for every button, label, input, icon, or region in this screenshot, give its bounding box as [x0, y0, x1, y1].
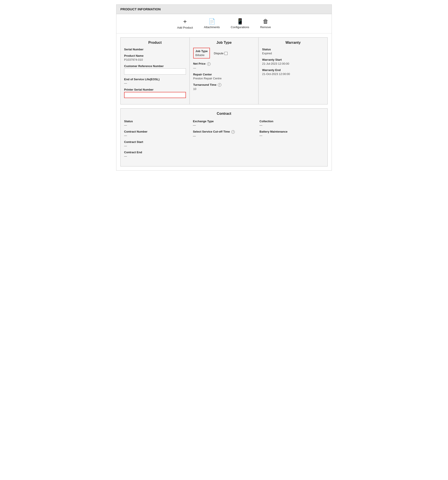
contract-section: Contract Status — Contract Number — Cont…	[120, 108, 328, 166]
add-product-label: Add Product	[177, 26, 193, 29]
eosl-label: End of Service Life(EOSL)	[124, 78, 186, 81]
attachments-icon: 📄	[208, 18, 215, 24]
contract-status-value: —	[124, 124, 188, 127]
collection-group: Collection —	[260, 120, 322, 127]
attachments-label: Attachments	[204, 26, 220, 29]
product-info-panels: Product Serial Number Product Name P1037…	[120, 37, 328, 105]
customer-ref-group: Customer Reference Number	[124, 64, 186, 75]
warranty-start-label: Warranty Start	[262, 58, 324, 61]
contract-col-1: Status — Contract Number — Contract Star…	[124, 120, 191, 161]
job-type-dispute-row: Job Type Billable Dispute	[193, 48, 255, 59]
remove-icon: 🗑	[263, 18, 268, 24]
exchange-type-label: Exchange Type	[193, 120, 255, 123]
page-header: PRODUCT INFORMATION	[116, 5, 332, 14]
warranty-panel-header: Warranty	[262, 41, 324, 45]
battery-maintenance-group: Battery Maintenance —	[260, 130, 322, 137]
contract-header: Contract	[124, 112, 324, 116]
warranty-panel: Warranty Status Expired Warranty Start 2…	[259, 38, 327, 104]
serial-number-label: Serial Number	[124, 48, 186, 51]
collection-label: Collection	[260, 120, 322, 123]
service-cutoff-label: Select Service Cut-off Time i	[193, 130, 255, 134]
dispute-label: Dispute	[214, 52, 224, 55]
battery-maintenance-label: Battery Maintenance	[260, 130, 322, 133]
net-price-value: —	[193, 66, 255, 70]
contract-number-group: Contract Number —	[124, 130, 188, 137]
serial-number-group: Serial Number	[124, 48, 186, 51]
repair-center-label: Repair Center	[193, 73, 255, 76]
warranty-status-value: Expired	[262, 52, 324, 55]
battery-maintenance-value: —	[260, 134, 322, 137]
contract-status-label: Status	[124, 120, 188, 123]
product-name-value: P1037974-010	[124, 58, 186, 61]
contract-start-value: —	[124, 144, 188, 148]
contract-col-2: Exchange Type — Select Service Cut-off T…	[191, 120, 257, 161]
eosl-group: End of Service Life(EOSL) —	[124, 78, 186, 85]
warranty-end-value: 21-Oct-2023 12:00:00	[262, 72, 324, 76]
net-price-info-icon[interactable]: i	[207, 62, 210, 66]
add-product-button[interactable]: + Add Product	[177, 18, 193, 29]
job-type-group: Job Type Billable Dispute	[193, 48, 255, 59]
contract-number-label: Contract Number	[124, 130, 188, 133]
turnaround-time-label: Turnaround Time i	[193, 83, 255, 87]
add-product-icon: +	[183, 18, 187, 25]
warranty-status-label: Status	[262, 48, 324, 51]
turnaround-info-icon[interactable]: i	[218, 83, 221, 87]
product-panel: Product Serial Number Product Name P1037…	[121, 38, 190, 104]
contract-end-value: —	[124, 155, 188, 158]
net-price-group: Net Price i —	[193, 62, 255, 70]
exchange-type-value: —	[193, 124, 255, 127]
contract-number-value: —	[124, 134, 188, 137]
repair-center-group: Repair Center Preston Repair Centre	[193, 73, 255, 80]
warranty-start-group: Warranty Start 21-Jul-2023 12:00:00	[262, 58, 324, 65]
contract-end-group: Contract End —	[124, 151, 188, 158]
dispute-checkbox[interactable]	[224, 52, 228, 55]
net-price-label: Net Price i	[193, 62, 255, 66]
contract-status-group: Status —	[124, 120, 188, 127]
service-cutoff-group: Select Service Cut-off Time i —	[193, 130, 255, 138]
service-cutoff-info-icon[interactable]: i	[231, 130, 235, 134]
configurations-button[interactable]: 📱 Configurations	[231, 18, 249, 29]
service-cutoff-value: —	[193, 134, 255, 138]
warranty-start-value: 21-Jul-2023 12:00:00	[262, 62, 324, 65]
remove-button[interactable]: 🗑 Remove	[260, 18, 271, 29]
page-title: PRODUCT INFORMATION	[120, 7, 161, 11]
customer-ref-label: Customer Reference Number	[124, 64, 186, 68]
contract-end-label: Contract End	[124, 151, 188, 154]
configurations-label: Configurations	[231, 26, 249, 29]
job-type-label: Job Type	[195, 49, 208, 53]
contract-grid: Status — Contract Number — Contract Star…	[124, 120, 324, 161]
eosl-value: —	[124, 82, 186, 85]
warranty-end-label: Warranty End	[262, 68, 324, 72]
contract-start-label: Contract Start	[124, 140, 188, 144]
attachments-button[interactable]: 📄 Attachments	[204, 18, 220, 29]
job-type-panel: Job Type Job Type Billable Dispute	[190, 38, 259, 104]
job-type-value: Billable	[195, 53, 208, 57]
remove-label: Remove	[260, 26, 271, 29]
product-name-group: Product Name P1037974-010	[124, 54, 186, 61]
turnaround-time-value: 10	[193, 87, 255, 91]
main-content: Product Serial Number Product Name P1037…	[116, 33, 332, 170]
page-container: PRODUCT INFORMATION + Add Product 📄 Atta…	[116, 4, 332, 171]
job-type-panel-header: Job Type	[193, 41, 255, 45]
contract-col-3: Collection — Battery Maintenance —	[257, 120, 324, 161]
customer-ref-input[interactable]	[124, 68, 186, 75]
product-name-label: Product Name	[124, 54, 186, 57]
configurations-icon: 📱	[237, 18, 244, 24]
turnaround-time-group: Turnaround Time i 10	[193, 83, 255, 91]
printer-serial-label: Printer Serial Number	[124, 88, 186, 91]
toolbar: + Add Product 📄 Attachments 📱 Configurat…	[116, 14, 332, 33]
repair-center-value: Preston Repair Centre	[193, 77, 255, 80]
product-panel-header: Product	[124, 41, 186, 45]
contract-start-group: Contract Start —	[124, 140, 188, 148]
printer-serial-input[interactable]	[124, 92, 186, 98]
exchange-type-group: Exchange Type —	[193, 120, 255, 127]
job-type-highlighted-box: Job Type Billable	[193, 48, 210, 58]
printer-serial-group: Printer Serial Number	[124, 88, 186, 98]
warranty-status-group: Status Expired	[262, 48, 324, 55]
warranty-end-group: Warranty End 21-Oct-2023 12:00:00	[262, 68, 324, 76]
collection-value: —	[260, 124, 322, 127]
